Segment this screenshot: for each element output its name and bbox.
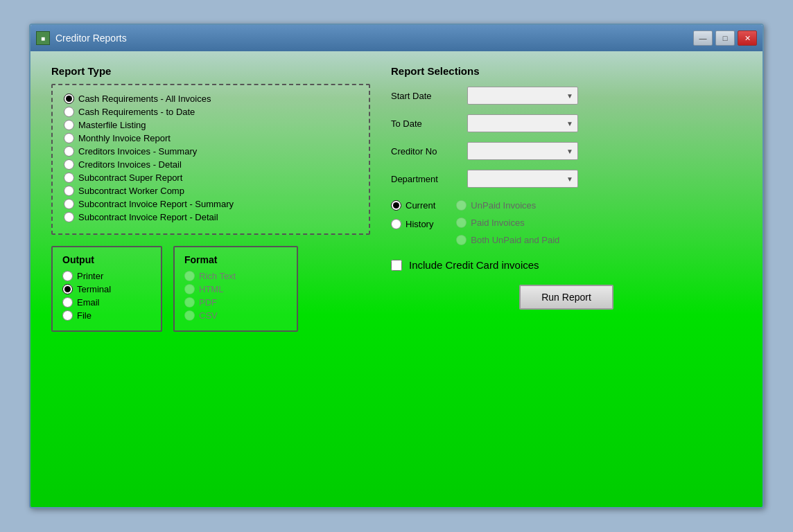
format-section: Format Rich Text HTML PDF xyxy=(173,246,298,332)
department-dropdown[interactable]: ▼ xyxy=(467,170,578,188)
creditor-no-label: Creditor No xyxy=(391,146,460,157)
unpaid-radio-item[interactable]: UnPaid Invoices xyxy=(456,200,559,211)
report-type-sub-inv-detail-label: Subcontract Invoice Report - Detail xyxy=(78,212,218,222)
report-type-cash-all-label: Cash Requirements - All Invoices xyxy=(78,94,211,104)
window-controls: — □ ✕ xyxy=(693,30,757,46)
output-email-label: Email xyxy=(77,297,100,308)
output-file[interactable]: File xyxy=(62,310,151,321)
report-type-cash-date[interactable]: Cash Requirements - to Date xyxy=(64,107,358,117)
report-type-section: Report Type Cash Requirements - All Invo… xyxy=(51,65,370,235)
output-title: Output xyxy=(62,254,151,265)
both-label: Both UnPaid and Paid xyxy=(471,235,559,245)
current-radio-item[interactable]: Current xyxy=(391,200,435,211)
format-rich-text-label: Rich Text xyxy=(199,271,236,281)
app-icon: ■ xyxy=(36,31,50,45)
include-credit-card-checkbox[interactable] xyxy=(391,260,402,271)
format-csv[interactable]: CSV xyxy=(184,310,287,321)
to-date-arrow: ▼ xyxy=(566,120,573,127)
unpaid-label: UnPaid Invoices xyxy=(471,200,536,211)
minimize-button[interactable]: — xyxy=(693,30,713,46)
both-radio-item[interactable]: Both UnPaid and Paid xyxy=(456,235,559,245)
creditor-no-dropdown[interactable]: ▼ xyxy=(467,142,578,160)
format-rich-text[interactable]: Rich Text xyxy=(184,271,287,281)
start-date-label: Start Date xyxy=(391,91,460,101)
output-section: Output Printer Terminal Email xyxy=(51,246,162,332)
run-report-button[interactable]: Run Report xyxy=(519,285,613,310)
history-radio-item[interactable]: History xyxy=(391,219,435,229)
report-type-cred-summary-label: Creditors Invoices - Summary xyxy=(78,146,197,157)
to-date-label: To Date xyxy=(391,118,460,129)
format-pdf-label: PDF xyxy=(199,297,217,308)
format-title: Format xyxy=(184,254,287,265)
history-label: History xyxy=(406,219,433,229)
format-html-label: HTML xyxy=(199,284,223,294)
right-panel: Report Selections Start Date ▼ To Date ▼… xyxy=(391,65,742,493)
include-credit-card-row: Include Credit Card invoices xyxy=(391,259,742,271)
to-date-row: To Date ▼ xyxy=(391,114,742,132)
report-type-sub-worker-label: Subcontract Worker Comp xyxy=(78,186,184,196)
report-type-cred-detail-label: Creditors Invoices - Detail xyxy=(78,159,182,170)
report-type-sub-worker[interactable]: Subcontract Worker Comp xyxy=(64,186,358,196)
report-type-monthly[interactable]: Monthly Invoice Report xyxy=(64,133,358,143)
report-type-sub-inv-detail[interactable]: Subcontract Invoice Report - Detail xyxy=(64,212,358,222)
start-date-arrow: ▼ xyxy=(566,92,573,100)
report-type-sub-inv-summary[interactable]: Subcontract Invoice Report - Summary xyxy=(64,199,358,209)
format-csv-label: CSV xyxy=(199,310,218,321)
output-printer[interactable]: Printer xyxy=(62,271,151,281)
report-type-cash-all[interactable]: Cash Requirements - All Invoices xyxy=(64,94,358,104)
report-type-masterfile-label: Masterfile Listing xyxy=(78,120,146,130)
report-type-monthly-label: Monthly Invoice Report xyxy=(78,133,171,143)
current-history-radios: Current History xyxy=(391,200,435,232)
title-bar: ■ Creditor Reports — □ ✕ xyxy=(31,25,762,51)
report-type-title: Report Type xyxy=(51,65,370,77)
bottom-boxes: Output Printer Terminal Email xyxy=(51,246,370,332)
output-terminal[interactable]: Terminal xyxy=(62,284,151,294)
start-date-dropdown[interactable]: ▼ xyxy=(467,87,578,105)
report-type-sub-super[interactable]: Subcontract Super Report xyxy=(64,172,358,183)
output-email[interactable]: Email xyxy=(62,297,151,308)
output-terminal-label: Terminal xyxy=(77,284,111,294)
paid-radio-item[interactable]: Paid Invoices xyxy=(456,218,559,228)
include-credit-card-label: Include Credit Card invoices xyxy=(409,259,539,271)
window-title: Creditor Reports xyxy=(55,33,693,44)
paid-label: Paid Invoices xyxy=(471,218,524,228)
report-type-box: Cash Requirements - All Invoices Cash Re… xyxy=(51,84,370,235)
creditor-no-arrow: ▼ xyxy=(566,148,573,155)
department-arrow: ▼ xyxy=(566,175,573,183)
close-button[interactable]: ✕ xyxy=(738,30,757,46)
main-window: ■ Creditor Reports — □ ✕ Report Type Cas… xyxy=(29,24,764,508)
report-type-masterfile[interactable]: Masterfile Listing xyxy=(64,120,358,130)
report-type-sub-super-label: Subcontract Super Report xyxy=(78,172,182,183)
window-content: Report Type Cash Requirements - All Invo… xyxy=(31,51,762,507)
format-html[interactable]: HTML xyxy=(184,284,287,294)
creditor-no-row: Creditor No ▼ xyxy=(391,142,742,160)
output-printer-label: Printer xyxy=(77,271,103,281)
report-selections-title: Report Selections xyxy=(391,65,742,77)
start-date-row: Start Date ▼ xyxy=(391,87,742,105)
invoice-type-radios: UnPaid Invoices Paid Invoices Both UnPai… xyxy=(456,200,559,248)
to-date-dropdown[interactable]: ▼ xyxy=(467,114,578,132)
report-type-sub-inv-summary-label: Subcontract Invoice Report - Summary xyxy=(78,199,234,209)
output-file-label: File xyxy=(77,310,92,321)
current-label: Current xyxy=(406,200,435,211)
report-type-cred-detail[interactable]: Creditors Invoices - Detail xyxy=(64,159,358,170)
report-type-cash-date-label: Cash Requirements - to Date xyxy=(78,107,195,117)
left-panel: Report Type Cash Requirements - All Invo… xyxy=(51,65,370,493)
report-type-cred-summary[interactable]: Creditors Invoices - Summary xyxy=(64,146,358,157)
format-pdf[interactable]: PDF xyxy=(184,297,287,308)
department-label: Department xyxy=(391,174,460,184)
department-row: Department ▼ xyxy=(391,170,742,188)
maximize-button[interactable]: □ xyxy=(715,30,735,46)
current-history-section: Current History UnPaid Invoices Paid Inv xyxy=(391,200,742,248)
